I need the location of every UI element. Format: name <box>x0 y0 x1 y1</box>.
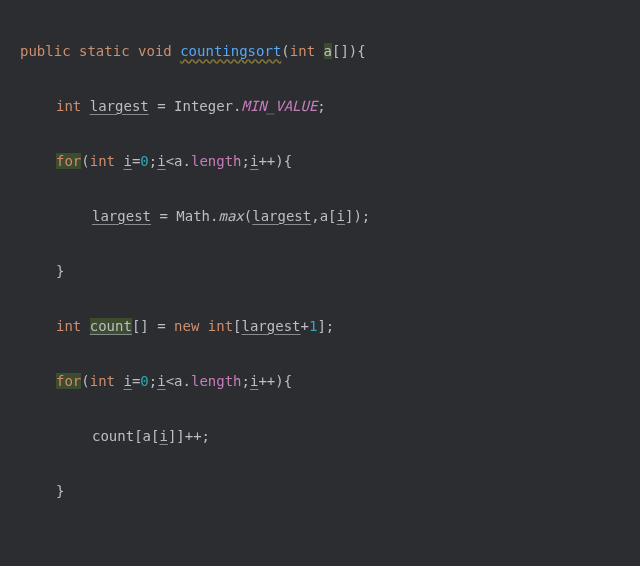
keyword-for: for <box>56 373 81 389</box>
type-int: int <box>56 98 81 114</box>
code-line-3[interactable]: for(int i=0;i<a.length;i++){ <box>20 148 640 176</box>
var-largest: largest <box>92 208 151 224</box>
code-line-blank[interactable] <box>20 533 640 561</box>
code-line-7[interactable]: for(int i=0;i<a.length;i++){ <box>20 368 640 396</box>
code-editor[interactable]: public static void countingsort(int a[])… <box>0 0 640 566</box>
code-line-2[interactable]: int largest = Integer.MIN_VALUE; <box>20 93 640 121</box>
param-a: a <box>324 43 332 59</box>
code-line-6[interactable]: int count[] = new int[largest+1]; <box>20 313 640 341</box>
var-count: count <box>90 318 132 334</box>
code-line-1[interactable]: public static void countingsort(int a[])… <box>20 38 640 66</box>
class-integer: Integer <box>174 98 233 114</box>
class-math: Math <box>176 208 210 224</box>
paren-close: ){ <box>349 43 366 59</box>
method-name: countingsort <box>180 43 281 59</box>
code-line-5[interactable]: } <box>20 258 640 286</box>
keyword-static: static <box>79 43 130 59</box>
brackets: [] <box>332 43 349 59</box>
field-minvalue: MIN_VALUE <box>242 98 318 114</box>
keyword-new: new <box>174 318 199 334</box>
code-line-8[interactable]: count[a[i]]++; <box>20 423 640 451</box>
keyword-public: public <box>20 43 71 59</box>
brace-close: } <box>56 263 64 279</box>
paren-open: ( <box>281 43 289 59</box>
code-line-9[interactable]: } <box>20 478 640 506</box>
type-int: int <box>290 43 315 59</box>
var-largest: largest <box>90 98 149 114</box>
method-max: max <box>218 208 243 224</box>
code-line-4[interactable]: largest = Math.max(largest,a[i]); <box>20 203 640 231</box>
field-length: length <box>191 153 242 169</box>
keyword-void: void <box>138 43 172 59</box>
keyword-for: for <box>56 153 81 169</box>
var-i: i <box>123 153 131 169</box>
